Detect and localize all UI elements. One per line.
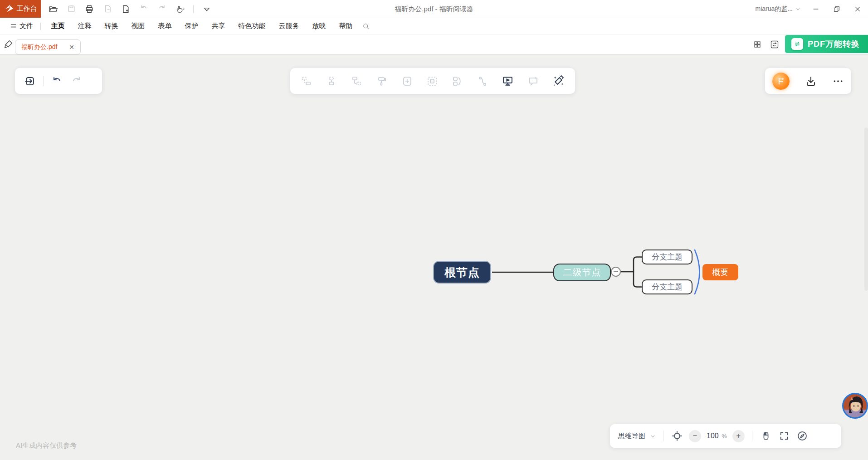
close-button[interactable] bbox=[847, 0, 868, 18]
center-toolbar bbox=[290, 68, 575, 94]
root-node[interactable]: 根节点 bbox=[433, 261, 491, 284]
tab-close-icon[interactable]: ✕ bbox=[69, 44, 74, 50]
fullscreen-icon[interactable] bbox=[778, 430, 790, 442]
zoom-out-button[interactable]: − bbox=[689, 430, 701, 442]
menu-item-view[interactable]: 视图 bbox=[132, 19, 145, 33]
chevron-down-icon bbox=[795, 6, 801, 12]
mindmap-connectors bbox=[0, 55, 868, 460]
account-name: miarua的监... bbox=[756, 5, 793, 13]
mouse-mode-icon[interactable] bbox=[760, 430, 772, 442]
menu-bar: 文件 主页 注释 转换 视图 表单 保护 共享 特色功能 云服务 放映 帮助 bbox=[0, 18, 868, 34]
edit-pencil-icon[interactable] bbox=[4, 39, 14, 51]
insert-parent-node-icon[interactable] bbox=[326, 76, 337, 87]
select-area-icon[interactable] bbox=[427, 76, 438, 87]
ai-mindmap-button[interactable] bbox=[772, 73, 790, 90]
left-toolbar bbox=[15, 68, 102, 94]
presentation-icon[interactable] bbox=[502, 75, 513, 87]
branch-topic-node-2[interactable]: 分支主题 bbox=[642, 279, 692, 294]
workspace-label: 工作台 bbox=[17, 5, 37, 13]
insert-child-node-icon[interactable] bbox=[351, 76, 362, 87]
insert-node-icon[interactable] bbox=[402, 76, 413, 87]
share-page-icon[interactable] bbox=[101, 2, 114, 16]
undo-icon[interactable] bbox=[137, 2, 151, 16]
menu-item-label: 文件 bbox=[20, 22, 33, 30]
second-level-node[interactable]: 二级节点 bbox=[553, 264, 611, 281]
format-painter-icon[interactable] bbox=[376, 76, 387, 87]
minimize-button[interactable] bbox=[805, 0, 826, 18]
bottombar-divider bbox=[663, 431, 663, 441]
mindmap-undo-icon[interactable] bbox=[50, 74, 63, 88]
relation-line-icon[interactable] bbox=[477, 76, 488, 87]
menu-item-present[interactable]: 放映 bbox=[312, 19, 326, 33]
hamburger-icon bbox=[10, 23, 17, 29]
convert-button-label: PDF万能转换 bbox=[808, 39, 860, 49]
ai-disclaimer: AI生成内容仅供参考 bbox=[16, 441, 77, 450]
diagram-type-label: 思维导图 bbox=[618, 432, 645, 440]
zoom-in-button[interactable]: + bbox=[732, 430, 745, 442]
right-toolbar bbox=[765, 68, 851, 94]
grid-view-icon[interactable] bbox=[751, 38, 764, 51]
menu-divider bbox=[40, 23, 41, 30]
zoom-level-value: 100 bbox=[707, 432, 719, 440]
convert-arrows-icon bbox=[791, 38, 803, 50]
menu-item-cloud[interactable]: 云服务 bbox=[279, 19, 299, 33]
print-icon[interactable] bbox=[83, 2, 96, 16]
collapse-toolbar-icon[interactable] bbox=[200, 2, 214, 16]
user-avatar[interactable] bbox=[842, 393, 868, 419]
tab-bar: 福昕办公.pdf ✕ PDF万能转换 bbox=[0, 34, 868, 55]
search-icon[interactable] bbox=[362, 22, 370, 30]
bottombar-divider-2 bbox=[752, 431, 752, 441]
diagram-type-dropdown[interactable]: 思维导图 bbox=[618, 432, 656, 440]
menu-item-protect[interactable]: 保护 bbox=[185, 19, 199, 33]
ai-comment-icon[interactable] bbox=[528, 76, 539, 87]
switch-view-icon[interactable] bbox=[768, 38, 781, 51]
menu-item-home[interactable]: 主页 bbox=[51, 19, 65, 33]
ai-edit-icon[interactable] bbox=[553, 75, 564, 87]
pdf-convert-button[interactable]: PDF万能转换 bbox=[785, 35, 868, 53]
quick-toolbar bbox=[41, 0, 214, 18]
menu-item-features[interactable]: 特色功能 bbox=[239, 19, 266, 33]
tabbar-right: PDF万能转换 bbox=[751, 34, 868, 54]
document-tab[interactable]: 福昕办公.pdf ✕ bbox=[15, 39, 81, 54]
titlebar-right: miarua的监... bbox=[751, 0, 868, 18]
collapse-branch-button[interactable] bbox=[611, 267, 621, 277]
mindmap-canvas[interactable]: 根节点 二级节点 分支主题 分支主题 概要 思维导图 − 100 % + AI生… bbox=[0, 55, 868, 460]
left-toolbar-divider bbox=[43, 76, 44, 86]
open-file-icon[interactable] bbox=[46, 2, 60, 16]
foxit-logo-icon bbox=[4, 3, 14, 15]
exit-mindmap-icon[interactable] bbox=[23, 74, 37, 88]
menu-item-form[interactable]: 表单 bbox=[158, 19, 172, 33]
download-icon[interactable] bbox=[805, 76, 816, 87]
locate-center-icon[interactable] bbox=[671, 430, 683, 442]
hand-tool-icon[interactable] bbox=[173, 2, 187, 16]
insert-sibling-node-icon[interactable] bbox=[301, 76, 312, 87]
redo-icon[interactable] bbox=[155, 2, 169, 16]
more-options-icon[interactable] bbox=[832, 75, 844, 87]
chevron-down-icon bbox=[650, 433, 656, 439]
new-document-icon[interactable] bbox=[119, 2, 132, 16]
branch-topic-node-1[interactable]: 分支主题 bbox=[642, 250, 692, 264]
menu-item-comment[interactable]: 注释 bbox=[78, 19, 92, 33]
toolbar-divider bbox=[193, 5, 194, 13]
zoom-percent-sign: % bbox=[722, 433, 727, 440]
vertical-scrollbar[interactable] bbox=[864, 127, 868, 291]
workspace-button[interactable]: 工作台 bbox=[0, 0, 41, 18]
menu-item-convert[interactable]: 转换 bbox=[105, 19, 118, 33]
document-tab-label: 福昕办公.pdf bbox=[21, 43, 57, 51]
collapse-node-icon[interactable] bbox=[452, 76, 463, 87]
navigation-compass-icon[interactable] bbox=[796, 430, 809, 442]
title-bar: 工作台 福昕办公.pdf - 福昕阅读器 miarua的监... bbox=[0, 0, 868, 18]
summary-node[interactable]: 概要 bbox=[702, 264, 738, 280]
account-menu[interactable]: miarua的监... bbox=[751, 5, 805, 13]
restore-button[interactable] bbox=[826, 0, 847, 18]
menu-item-file[interactable]: 文件 bbox=[6, 22, 37, 30]
menu-item-share[interactable]: 共享 bbox=[212, 19, 225, 33]
menu-item-help[interactable]: 帮助 bbox=[339, 19, 353, 33]
app-window: 工作台 福昕办公.pdf - 福昕阅读器 miarua的监... bbox=[0, 0, 868, 460]
save-icon[interactable] bbox=[64, 2, 78, 16]
bottom-control-bar: 思维导图 − 100 % + bbox=[610, 424, 841, 448]
mindmap-redo-icon[interactable] bbox=[70, 74, 83, 88]
